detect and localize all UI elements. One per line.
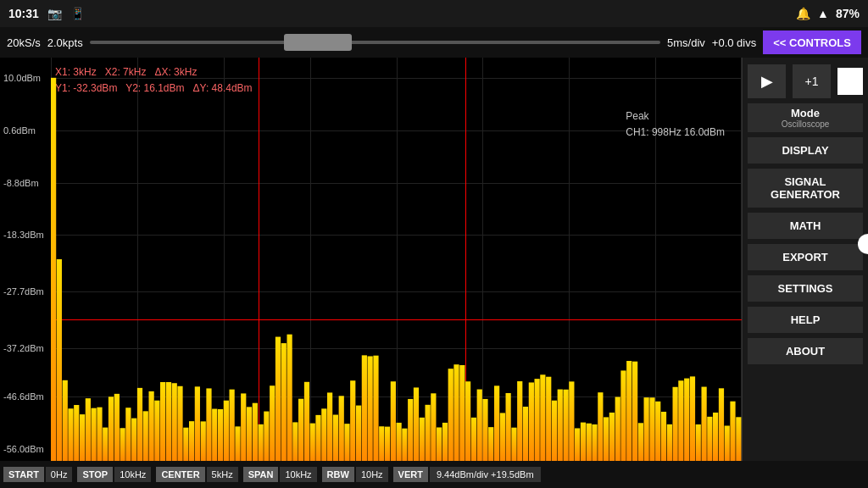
y-label-0: 10.0dBm [3,73,41,83]
div-offset[interactable]: +0.0 divs [712,36,756,49]
svg-rect-87 [552,401,557,461]
svg-rect-61 [402,429,407,461]
svg-rect-91 [575,428,580,461]
svg-rect-54 [362,355,367,461]
svg-rect-24 [189,421,194,461]
svg-rect-104 [649,397,654,461]
main-area: 10.0dBm 0.6dBm -8.8dBm -18.3dBm -27.7dBm… [0,58,868,461]
svg-rect-42 [292,422,298,461]
vert-label[interactable]: VERT [393,467,428,482]
svg-rect-50 [339,396,344,461]
status-bar: 10:31 📷 📱 🔔 ▲ 87% [0,0,868,27]
stop-value[interactable]: 10kHz [114,467,151,482]
svg-rect-96 [604,417,609,461]
center-value[interactable]: 5kHz [207,467,238,482]
y-label-6: -46.6dBm [3,391,44,402]
svg-rect-9 [103,428,108,461]
vert-value[interactable]: 9.44dBm/div +19.5dBm [430,467,541,482]
slider-thumb[interactable] [284,34,352,51]
phone-icon: 📱 [70,7,85,20]
svg-rect-53 [356,406,361,461]
svg-rect-80 [511,428,516,461]
svg-rect-77 [494,385,499,461]
svg-rect-70 [453,364,459,461]
svg-rect-105 [655,402,660,461]
chart-area[interactable]: 10.0dBm 0.6dBm -8.8dBm -18.3dBm -27.7dBm… [0,58,743,461]
svg-rect-118 [730,402,735,461]
svg-rect-32 [235,426,240,461]
slider-track [90,41,660,44]
svg-rect-92 [581,423,586,461]
svg-rect-52 [350,380,355,461]
toolbar: 20kS/s 2.0kpts 5ms/div +0.0 divs << CONT… [0,27,868,58]
svg-rect-0 [51,78,56,461]
help-button[interactable]: HELP [748,307,863,333]
svg-rect-27 [206,388,211,461]
svg-rect-83 [529,382,534,461]
svg-rect-29 [218,409,223,461]
svg-rect-114 [707,417,712,461]
svg-rect-94 [592,424,597,461]
about-button[interactable]: ABOUT [748,338,863,364]
vibrate-icon: 🔔 [796,7,810,20]
svg-rect-46 [315,415,320,461]
start-value[interactable]: 0Hz [46,467,73,482]
settings-button[interactable]: SETTINGS [748,275,863,302]
stop-label[interactable]: STOP [77,467,113,482]
sample-rate[interactable]: 20kS/s [7,36,41,49]
position-slider[interactable] [90,34,660,51]
svg-rect-4 [74,405,79,461]
export-button[interactable]: EXPORT [748,244,863,270]
span-value[interactable]: 10kHz [280,467,316,482]
svg-rect-107 [667,424,672,461]
plus1-button[interactable]: +1 [793,64,831,98]
stop-button[interactable] [837,68,863,95]
play-button[interactable]: ▶ [748,64,786,98]
rbw-value[interactable]: 10Hz [356,467,388,482]
time-div[interactable]: 5ms/div [667,36,705,49]
svg-rect-101 [632,362,637,461]
svg-rect-11 [114,394,120,461]
svg-rect-40 [281,343,287,461]
svg-rect-85 [540,374,545,461]
svg-rect-74 [477,390,482,461]
svg-rect-79 [506,393,511,461]
svg-rect-93 [587,424,592,461]
y-label-2: -8.8dBm [3,178,39,188]
svg-rect-20 [166,382,171,461]
svg-rect-30 [224,401,229,461]
mode-button[interactable]: Mode Oscilloscope [748,103,863,132]
svg-rect-113 [701,387,706,461]
svg-rect-103 [644,397,649,461]
start-label[interactable]: START [3,467,44,482]
svg-rect-72 [465,381,470,461]
points-count[interactable]: 2.0kpts [47,36,83,49]
svg-rect-51 [344,424,349,461]
battery-display: 87% [836,7,860,20]
spectrum-display [51,58,742,461]
svg-rect-23 [183,428,188,461]
svg-rect-100 [626,361,632,461]
mode-sub-label: Oscilloscope [751,119,860,129]
svg-rect-1 [57,259,62,461]
svg-rect-12 [120,428,125,461]
svg-rect-67 [437,427,442,461]
svg-rect-63 [414,387,419,461]
span-label[interactable]: SPAN [243,467,279,482]
svg-rect-102 [638,423,643,461]
svg-rect-71 [459,365,465,461]
math-button[interactable]: MATH [748,213,863,239]
y-label-3: -18.3dBm [3,230,44,240]
svg-rect-69 [448,369,453,461]
svg-rect-64 [420,418,425,461]
svg-rect-97 [609,413,615,461]
svg-rect-31 [230,390,235,461]
svg-rect-86 [546,377,551,461]
display-button[interactable]: DISPLAY [748,137,863,164]
signal-generator-button[interactable]: SIGNALGENERATOR [748,169,863,208]
controls-button[interactable]: << CONTROLS [763,30,861,54]
y-label-1: 0.6dBm [3,125,36,136]
center-label[interactable]: CENTER [156,467,204,482]
rbw-label[interactable]: RBW [322,467,354,482]
svg-rect-21 [172,383,177,461]
